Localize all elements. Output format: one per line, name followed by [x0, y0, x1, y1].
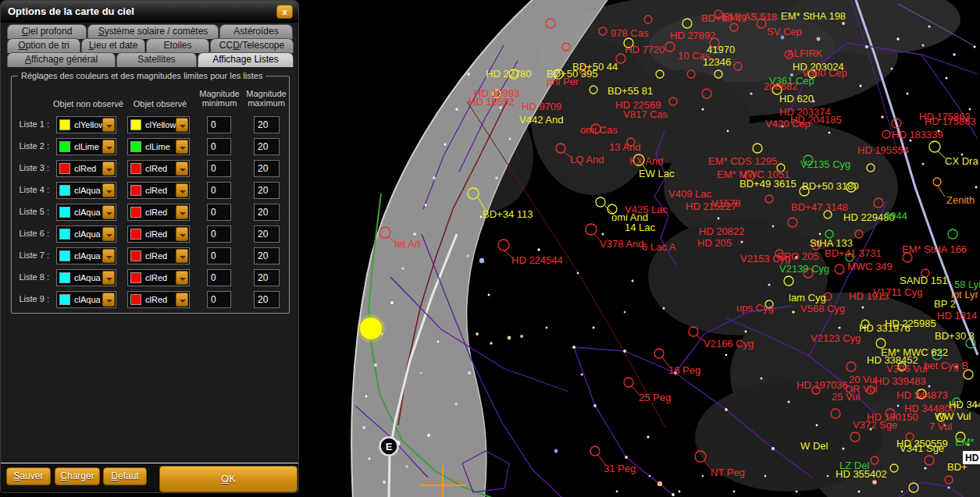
chevron-down-icon[interactable]: [176, 227, 188, 241]
unobserved-color-select[interactable]: clAqua: [56, 291, 116, 308]
tab-affichage-listes[interactable]: Affichage Listes: [198, 52, 294, 67]
unobserved-color-select[interactable]: clAqua: [56, 204, 116, 221]
observed-color-select[interactable]: clRed: [127, 182, 190, 199]
sky-label: BD+47 3148: [791, 201, 848, 213]
chevron-down-icon[interactable]: [102, 293, 115, 307]
star-dot: [827, 475, 829, 477]
unobserved-color-select[interactable]: clAqua: [56, 269, 116, 286]
magnitude-min-input[interactable]: [207, 247, 231, 264]
magnitude-max-input[interactable]: [254, 225, 280, 243]
star-dot: [649, 475, 651, 477]
sky-label: BD+55 81: [608, 85, 653, 97]
magnitude-max-input[interactable]: [254, 269, 280, 286]
magnitude-max-input[interactable]: [254, 138, 280, 155]
chevron-down-icon[interactable]: [176, 205, 188, 219]
tab-syst-me-solaire-com-tes[interactable]: Système solaire / comètes: [87, 24, 219, 39]
chevron-down-icon[interactable]: [102, 183, 115, 197]
chevron-down-icon[interactable]: [102, 249, 115, 263]
magnitude-max-input[interactable]: [254, 247, 280, 264]
chevron-down-icon[interactable]: [176, 293, 188, 307]
sky-label: HD 1913: [849, 290, 889, 302]
unobserved-color-select[interactable]: clAqua: [56, 225, 116, 243]
ok-button[interactable]: OK: [159, 466, 298, 492]
observed-color-select[interactable]: clYellow: [127, 116, 190, 133]
sky-label: 41970: [707, 44, 735, 55]
save-button[interactable]: Sauver: [6, 467, 51, 485]
unobserved-color-select[interactable]: clAqua: [56, 182, 116, 199]
star-dot: [750, 92, 752, 94]
star-dot: [577, 272, 579, 275]
unobserved-color-select[interactable]: clLime: [56, 138, 116, 155]
magnitude-min-input[interactable]: [207, 138, 231, 155]
star-dot: [948, 487, 950, 489]
observed-color-select[interactable]: clRed: [127, 225, 190, 243]
magnitude-max-input[interactable]: [254, 291, 280, 308]
close-button[interactable]: x: [276, 5, 293, 19]
list-row-label: Liste 1 :: [9, 119, 49, 129]
chevron-down-icon[interactable]: [176, 162, 188, 176]
magnitude-min-input[interactable]: [207, 160, 231, 177]
star-dot: [907, 93, 909, 95]
chevron-down-icon[interactable]: [176, 271, 188, 285]
default-button[interactable]: Defaut: [103, 467, 147, 485]
chevron-down-icon[interactable]: [102, 205, 115, 219]
color-swatch: [130, 119, 141, 130]
sky-label: SV Cep: [767, 26, 802, 37]
observed-color-select[interactable]: clLime: [127, 138, 190, 155]
load-button[interactable]: Charger: [55, 467, 100, 485]
star-dot: [488, 294, 490, 296]
magnitude-min-input[interactable]: [207, 225, 231, 243]
tab-ast-ro-des[interactable]: Astéroïdes: [219, 24, 293, 39]
tab-satellites[interactable]: Satellites: [116, 52, 197, 67]
tab-etoiles[interactable]: Etoiles: [146, 38, 209, 53]
chevron-down-icon[interactable]: [102, 140, 115, 154]
sky-label: MWC 349: [847, 261, 893, 272]
chevron-down-icon[interactable]: [102, 118, 115, 132]
observed-color-select[interactable]: clRed: [127, 291, 190, 308]
magnitude-min-input[interactable]: [207, 291, 231, 308]
magnitude-max-input[interactable]: [254, 204, 280, 221]
sky-label: KX And: [629, 155, 663, 167]
tab-affichage-g-n-ral[interactable]: Affichage général: [7, 52, 116, 67]
observed-color-select[interactable]: clRed: [127, 204, 190, 221]
tab-option-de-tri[interactable]: Option de tri: [7, 38, 80, 53]
sky-label: HD 355402: [836, 468, 887, 480]
column-header-observed: Objet observé: [121, 99, 199, 108]
observed-color-select[interactable]: clRed: [127, 160, 190, 177]
tab-lieu-et-date[interactable]: Lieu et date: [81, 38, 145, 53]
observed-color-select[interactable]: clRed: [127, 247, 190, 264]
sky-label: 58 Lyr: [954, 279, 980, 290]
chevron-down-icon[interactable]: [176, 140, 188, 154]
tab-ciel-profond[interactable]: Ciel profond: [7, 24, 87, 39]
magnitude-min-input[interactable]: [207, 269, 231, 286]
magnitude-max-input[interactable]: [254, 182, 280, 199]
sky-label: V420 Cep: [765, 118, 811, 130]
magnitude-min-input[interactable]: [207, 116, 231, 133]
magnitude-max-input[interactable]: [254, 116, 280, 133]
color-swatch: [130, 185, 141, 196]
tab-ccd-telescope[interactable]: CCD/Telescope: [210, 38, 294, 53]
sky-label: EM* StHA 198: [781, 10, 846, 22]
observed-color-select[interactable]: clRed: [127, 269, 190, 286]
chevron-down-icon[interactable]: [176, 118, 188, 132]
unobserved-color-select[interactable]: clAqua: [56, 247, 116, 264]
star-dot: [718, 218, 720, 220]
magnitude-max-input[interactable]: [254, 160, 280, 177]
star-dot: [509, 138, 511, 140]
magnitude-min-input[interactable]: [207, 182, 231, 199]
chevron-down-icon[interactable]: [102, 162, 115, 176]
color-swatch: [130, 141, 141, 152]
unobserved-color-select[interactable]: clYellow: [56, 116, 116, 133]
magnitude-min-input[interactable]: [207, 204, 231, 221]
sky-label: 7 Vul: [929, 421, 952, 432]
chevron-down-icon[interactable]: [176, 183, 188, 197]
chevron-down-icon[interactable]: [102, 271, 115, 285]
list-row-6: Liste 6 :clAquaclRed: [1, 225, 300, 243]
chevron-down-icon[interactable]: [102, 227, 115, 241]
sky-label: ALFIRK: [787, 48, 823, 59]
sky-label: 978 Cas: [611, 27, 649, 39]
dialog-titlebar[interactable]: Options de la carte du ciel x: [1, 1, 298, 23]
chevron-down-icon[interactable]: [176, 249, 188, 263]
unobserved-color-select[interactable]: clRed: [56, 160, 116, 177]
star-dot: [922, 163, 925, 165]
